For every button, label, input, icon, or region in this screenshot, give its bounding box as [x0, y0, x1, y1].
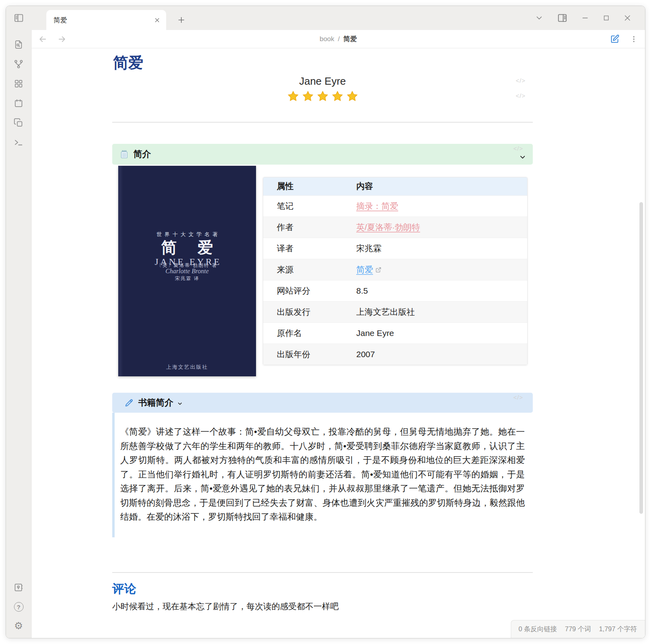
terminal-icon[interactable] [14, 137, 24, 147]
summary-callout-title: 书籍简介 [138, 397, 173, 409]
property-value: 宋兆霖 [356, 238, 527, 259]
table-row: 原作名Jane Eyre [263, 322, 527, 344]
minimize-icon[interactable] [581, 14, 589, 22]
copy-files-icon[interactable] [14, 118, 24, 128]
app-window: 简爱 [6, 6, 645, 638]
table-row: 网站评分8.5 [263, 280, 527, 301]
backlinks-count[interactable]: 0 条反向链接 [518, 625, 557, 634]
note-content: 简爱 Jane Eyre </> </> [32, 48, 645, 638]
summary-callout-body: 《简爱》讲述了这样一个故事：简•爱自幼父母双亡，投靠冷酷的舅母，但舅母无情地抛弃… [112, 413, 533, 537]
cover-publisher: 上海文艺出版社 [118, 364, 256, 371]
breadcrumb-separator: / [338, 35, 340, 43]
star-icon [287, 90, 299, 102]
cover-translator-line: 宋兆霖 译 [118, 275, 256, 282]
help-icon[interactable] [14, 602, 24, 612]
comment-text: 小时候看过，现在基本忘了剧情了，每次读的感受都不一样吧 [112, 601, 533, 612]
book-cover-image: 世界十大文学名著 简爱 JANE EYRE 〔英〕夏洛蒂·勃朗特 著 Charl… [118, 166, 256, 376]
table-row: 出版年份2007 [263, 344, 527, 365]
table-row: 译者宋兆霖 [263, 238, 527, 259]
property-label: 原作名 [263, 322, 356, 344]
search-file-icon[interactable] [14, 40, 24, 50]
property-label: 作者 [263, 217, 356, 238]
book-summary-text: 《简爱》讲述了这样一个故事：简•爱自幼父母双亡，投靠冷酷的舅母，但舅母无情地抛弃… [120, 425, 525, 524]
nav-back-icon[interactable] [38, 34, 48, 44]
property-value: 8.5 [356, 280, 527, 301]
rating-stars [112, 90, 533, 103]
breadcrumb-folder[interactable]: book [320, 35, 334, 43]
collapse-chevron-icon[interactable] [177, 401, 183, 407]
edit-block-icon[interactable]: </> [513, 145, 523, 152]
property-value: 英/夏洛蒂·勃朗特 [356, 217, 527, 238]
property-value: 摘录：简爱 [356, 195, 527, 217]
edit-mode-icon[interactable] [610, 34, 619, 44]
main-view: book / 简爱 [32, 30, 645, 638]
intro-callout-header[interactable]: 简介 </> [112, 144, 533, 165]
table-row: 来源简爱 [263, 259, 527, 280]
intro-callout-title: 简介 [133, 148, 151, 160]
external-link-icon[interactable] [373, 265, 381, 274]
collapse-chevron-icon[interactable] [519, 153, 526, 161]
vault-switcher-icon[interactable] [14, 582, 24, 592]
properties-table: 属性 内容 笔记摘录：简爱作者英/夏洛蒂·勃朗特译者宋兆霖来源简爱网站评分8.5… [263, 177, 528, 365]
property-label: 来源 [263, 259, 356, 280]
table-row: 作者英/夏洛蒂·勃朗特 [263, 217, 527, 238]
edit-block-icon[interactable]: </> [516, 92, 526, 99]
property-label: 出版发行 [263, 301, 356, 322]
graph-view-icon[interactable] [14, 59, 24, 69]
edit-block-icon[interactable]: </> [513, 394, 523, 401]
cover-title-cn: 简爱 [118, 237, 256, 258]
notepad-icon [119, 149, 129, 159]
internal-link[interactable]: 摘录：简爱 [356, 201, 398, 211]
nav-forward-icon[interactable] [57, 34, 67, 44]
star-icon [346, 90, 358, 102]
page-title: 简爱 [113, 54, 533, 72]
left-sidebar-toggle-icon[interactable] [14, 13, 24, 23]
divider [112, 572, 533, 573]
cover-author-en: Charlotte Bronte [118, 268, 256, 275]
char-count: 1,797 个字符 [599, 625, 637, 634]
tab-bar: 简爱 [6, 6, 645, 30]
comments-heading: 评论 [112, 581, 533, 596]
table-row: 笔记摘录：简爱 [263, 195, 527, 217]
tab-title: 简爱 [54, 16, 154, 25]
table-header-content: 内容 [356, 177, 527, 195]
view-header: book / 简爱 [32, 30, 645, 48]
more-options-icon[interactable] [630, 35, 638, 43]
canvas-dashboard-icon[interactable] [14, 79, 24, 89]
star-icon [331, 90, 343, 102]
property-label: 笔记 [263, 195, 356, 217]
tab-list-chevron-icon[interactable] [535, 14, 544, 22]
pencil-icon [124, 398, 134, 407]
word-count: 779 个词 [565, 625, 591, 634]
breadcrumb[interactable]: book / 简爱 [320, 34, 357, 44]
property-value: Jane Eyre [356, 322, 527, 344]
maximize-icon[interactable] [603, 14, 610, 22]
scrollbar[interactable] [639, 202, 643, 514]
settings-gear-icon[interactable] [14, 621, 23, 631]
left-ribbon [6, 30, 32, 638]
property-label: 出版年份 [263, 344, 356, 365]
close-window-icon[interactable] [623, 14, 631, 22]
edit-block-icon[interactable]: </> [516, 77, 526, 84]
summary-callout-header[interactable]: 书籍简介 </> [112, 393, 533, 413]
star-icon [302, 90, 314, 102]
property-value: 2007 [356, 344, 527, 365]
new-tab-icon[interactable] [177, 16, 186, 24]
breadcrumb-current[interactable]: 简爱 [343, 34, 357, 44]
property-value: 上海文艺出版社 [356, 301, 527, 322]
book-subtitle: Jane Eyre [112, 75, 533, 87]
external-link[interactable]: 简爱 [356, 265, 373, 274]
divider [112, 122, 533, 123]
property-label: 网站评分 [263, 280, 356, 301]
tab-close-icon[interactable] [154, 17, 161, 24]
table-row: 出版发行上海文艺出版社 [263, 301, 527, 322]
property-value: 简爱 [356, 259, 527, 280]
table-header-attribute: 属性 [263, 177, 356, 195]
calendar-icon[interactable] [14, 98, 24, 108]
internal-link[interactable]: 英/夏洛蒂·勃朗特 [356, 223, 420, 232]
star-icon [317, 90, 329, 102]
property-label: 译者 [263, 238, 356, 259]
right-sidebar-toggle-icon[interactable] [557, 13, 568, 23]
status-bar: 0 条反向链接 779 个词 1,797 个字符 [511, 620, 645, 638]
tab-jane-eyre[interactable]: 简爱 [46, 10, 166, 30]
